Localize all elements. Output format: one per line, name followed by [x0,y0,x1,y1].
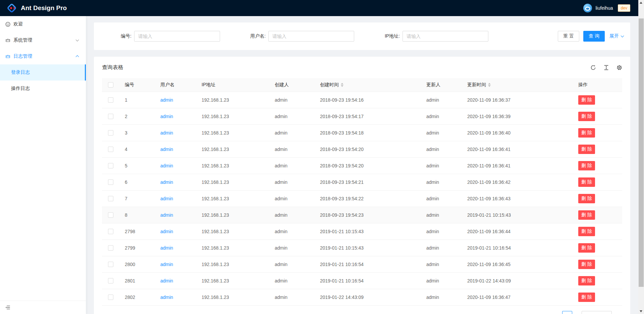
delete-button[interactable]: 删 除 [578,112,595,121]
row-checkbox[interactable] [108,245,113,251]
username-link[interactable]: admin [160,212,173,218]
delete-button[interactable]: 删 除 [578,177,595,187]
cell-id: 3 [119,125,155,141]
sidebar-item-log-management[interactable]: 日志管理 [0,48,86,64]
cell-create-time: 2018-09-23 19:54:23 [315,207,421,223]
delete-button[interactable]: 删 除 [578,95,595,105]
username-link[interactable]: admin [160,245,173,251]
delete-button[interactable]: 删 除 [578,260,595,269]
row-checkbox-cell [102,108,119,124]
row-checkbox[interactable] [108,130,113,136]
row-checkbox-cell [102,240,119,256]
vertical-scrollbar[interactable] [638,0,644,314]
data-table: 编号 用户名 IP地址 创建人 创建时间 更新人 更新时间 操作 1admin [102,78,622,306]
delete-button[interactable]: 删 除 [578,128,595,138]
delete-button[interactable]: 删 除 [578,227,595,236]
row-checkbox[interactable] [108,229,113,234]
form-field-ip: IP地址: [362,31,496,42]
column-header-update-time[interactable]: 更新时间 [462,78,573,92]
delete-button[interactable]: 删 除 [578,194,595,203]
cell-actions: 删 除 [573,125,622,141]
username-link[interactable]: admin [160,262,173,267]
table-row: 4admin192.168.1.23admin2018-09-23 19:54:… [102,141,622,158]
scroll-down-arrow-icon[interactable] [640,310,642,312]
page-size-select[interactable] [582,311,612,314]
cell-updater: admin [421,191,462,207]
delete-button[interactable]: 删 除 [578,145,595,154]
cell-username: admin [155,108,196,124]
username-input[interactable] [268,31,354,42]
delete-button[interactable]: 删 除 [578,210,595,220]
reload-icon[interactable] [590,65,596,70]
cell-actions: 删 除 [573,273,622,289]
cell-create-time: 2018-09-23 19:54:20 [315,141,421,157]
delete-button[interactable]: 删 除 [578,161,595,170]
menu-fold-icon[interactable] [5,305,10,310]
cell-username: admin [155,240,196,256]
cell-ip: 192.168.1.23 [196,289,269,305]
scroll-up-arrow-icon[interactable] [640,2,642,4]
cell-actions: 删 除 [573,207,622,223]
cell-create-time: 2018-09-23 19:54:17 [315,108,421,124]
username-link[interactable]: admin [160,278,173,283]
delete-button[interactable]: 删 除 [578,276,595,285]
username-link[interactable]: admin [160,163,173,168]
delete-button[interactable]: 删 除 [578,243,595,253]
username-link[interactable]: admin [160,229,173,234]
row-checkbox-cell [102,256,119,272]
column-header-ip: IP地址 [196,78,269,92]
row-checkbox[interactable] [108,147,113,152]
density-icon[interactable] [603,65,609,70]
row-checkbox[interactable] [108,163,113,168]
row-checkbox[interactable] [108,97,113,103]
user-avatar[interactable] [583,4,592,12]
username-link[interactable]: admin [160,179,173,185]
expand-link[interactable]: 展开 [609,33,624,39]
column-header-create-time[interactable]: 创建时间 [315,78,421,92]
sidebar: 欢迎 系统管理 日志管理 登录日志 操作日志 [0,16,86,314]
query-button[interactable]: 查 询 [583,31,605,42]
row-checkbox[interactable] [108,212,113,218]
id-input[interactable] [134,31,220,42]
cell-create-time: 2018-09-23 19:54:16 [315,92,421,108]
cell-ip: 192.168.1.23 [196,273,269,289]
cell-update-time: 2019-01-22 14:43:09 [462,273,573,289]
delete-button[interactable]: 删 除 [578,293,595,302]
settings-icon[interactable] [616,65,622,70]
cell-create-time: 2018-09-23 19:54:22 [315,191,421,207]
sidebar-item-operation-log[interactable]: 操作日志 [0,81,86,97]
row-checkbox[interactable] [108,114,113,119]
sidebar-item-label: 系统管理 [13,37,32,43]
username-link[interactable]: admin [160,196,173,201]
cell-id: 1 [119,92,155,108]
username-link[interactable]: admin [160,295,173,300]
cell-create-time: 2018-09-23 19:54:21 [315,174,421,190]
row-checkbox[interactable] [108,262,113,267]
cell-creator: admin [269,92,315,108]
username-link[interactable]: admin [160,147,173,152]
row-checkbox[interactable] [108,196,113,201]
ip-input[interactable] [402,31,488,42]
username-link[interactable]: admin [160,114,173,119]
logo-area[interactable]: Ant Design Pro [7,3,67,13]
cell-username: admin [155,256,196,272]
select-all-checkbox[interactable] [108,82,113,88]
pagination-active-page[interactable] [562,311,572,314]
username-link[interactable]: admin [160,97,173,103]
cell-actions: 删 除 [573,92,622,108]
sidebar-item-login-log[interactable]: 登录日志 [0,64,86,81]
row-checkbox[interactable] [108,179,113,185]
scrollbar-thumb[interactable] [639,18,644,287]
row-checkbox[interactable] [108,278,113,283]
username-link[interactable]: admin [160,130,173,136]
column-header-id: 编号 [119,78,155,92]
reset-button[interactable]: 重 置 [558,31,579,42]
cell-id: 6 [119,174,155,190]
row-checkbox-cell [102,141,119,157]
sidebar-item-system-management[interactable]: 系统管理 [0,32,86,48]
header-username[interactable]: liufeihua [595,5,613,11]
chevron-down-icon [76,38,79,42]
row-checkbox[interactable] [108,295,113,300]
sidebar-item-welcome[interactable]: 欢迎 [0,16,86,32]
sidebar-menu: 欢迎 系统管理 日志管理 登录日志 操作日志 [0,16,86,97]
